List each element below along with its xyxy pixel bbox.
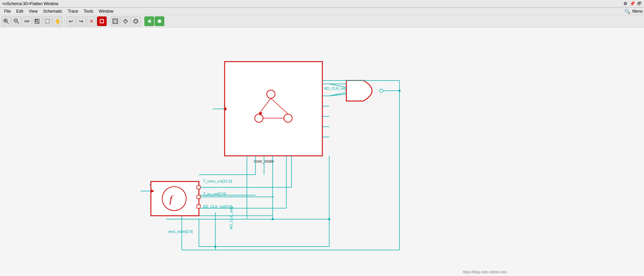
svg-rect-14: [114, 20, 117, 23]
svg-line-9: [37, 21, 39, 23]
title-bar-controls: ⚙ 📌 🗗: [623, 1, 642, 7]
pan-button[interactable]: ✋: [53, 16, 62, 26]
pin-icon[interactable]: 📌: [630, 1, 635, 7]
cancel-button[interactable]: ✕: [87, 16, 96, 26]
hier1-button[interactable]: [110, 16, 120, 26]
menu-label[interactable]: Menu: [632, 9, 643, 14]
svg-rect-59: [197, 195, 200, 199]
separator-2: [108, 17, 109, 25]
svg-point-40: [380, 89, 383, 92]
menu-file[interactable]: File: [1, 8, 13, 14]
schematic-canvas[interactable]: now_state AD_CLK_reg: [0, 27, 644, 276]
svg-text:T_su_cnt[7:0]: T_su_cnt[7:0]: [203, 192, 226, 196]
hier2-button[interactable]: [121, 16, 130, 26]
svg-point-21: [158, 20, 161, 23]
redo-button[interactable]: ↪: [76, 16, 86, 26]
zoom-fit-button[interactable]: [32, 16, 42, 26]
svg-text:AD_CLK_edg: AD_CLK_edg: [229, 206, 233, 229]
svg-rect-12: [100, 20, 103, 23]
restore-icon[interactable]: 🗗: [636, 1, 642, 7]
undo-button[interactable]: ↩: [66, 16, 76, 26]
status-url: https://blog.csdn.net/doc-test: [463, 270, 507, 274]
title-bar-text: <nSchema:30>Flatten Window: [2, 1, 58, 6]
prev-button[interactable]: [144, 16, 154, 26]
menu-trace[interactable]: Trace: [65, 8, 81, 14]
svg-rect-60: [197, 205, 200, 208]
svg-point-17: [134, 19, 138, 23]
next-button[interactable]: [155, 16, 164, 26]
svg-text:next_state[2:0]: next_state[2:0]: [168, 229, 193, 234]
settings-icon[interactable]: ⚙: [623, 1, 628, 7]
svg-point-85: [398, 90, 401, 92]
menu-window[interactable]: Window: [96, 8, 116, 14]
title-bar: <nSchema:30>Flatten Window ⚙ 📌 🗗: [0, 0, 644, 8]
svg-marker-19: [147, 20, 150, 23]
svg-text:AD_CLK_reg: AD_CLK_reg: [324, 86, 346, 90]
svg-rect-23: [225, 62, 322, 156]
svg-rect-20: [150, 20, 151, 23]
menu-bar: File Edit View Schematic Trace Tools Win…: [0, 8, 644, 15]
toolbar: 100 ✋ ↩ ↪ ✕: [0, 15, 644, 27]
svg-line-1: [7, 22, 9, 24]
svg-rect-58: [197, 186, 200, 189]
zoom-100-button[interactable]: 100: [22, 16, 32, 26]
separator-1: [64, 17, 64, 25]
menu-right: 🔍 Menu: [624, 9, 643, 14]
svg-point-86: [272, 218, 274, 220]
zoom-out-button[interactable]: [12, 16, 21, 26]
separator-3: [142, 17, 143, 25]
svg-marker-18: [134, 20, 138, 23]
zoom-in-button[interactable]: [1, 16, 11, 26]
menu-view[interactable]: View: [26, 8, 40, 14]
schematic-svg: now_state AD_CLK_reg: [0, 27, 644, 276]
search-icon[interactable]: 🔍: [624, 9, 630, 14]
menu-tools[interactable]: Tools: [81, 8, 96, 14]
svg-point-8: [35, 20, 37, 22]
svg-point-88: [214, 246, 216, 248]
menu-schematic[interactable]: Schematic: [40, 8, 65, 14]
svg-point-87: [328, 218, 330, 220]
hier3-button[interactable]: [131, 16, 141, 26]
menu-edit[interactable]: Edit: [13, 8, 26, 14]
svg-text:T_conv_cnt[11:0]: T_conv_cnt[11:0]: [203, 179, 232, 183]
svg-text:AD_CLK_cnt[3:0]: AD_CLK_cnt[3:0]: [203, 204, 232, 209]
svg-line-5: [17, 22, 19, 24]
svg-rect-10: [45, 19, 49, 23]
select-box-button[interactable]: [43, 16, 52, 26]
svg-rect-13: [113, 19, 118, 24]
record-button[interactable]: [97, 16, 107, 26]
